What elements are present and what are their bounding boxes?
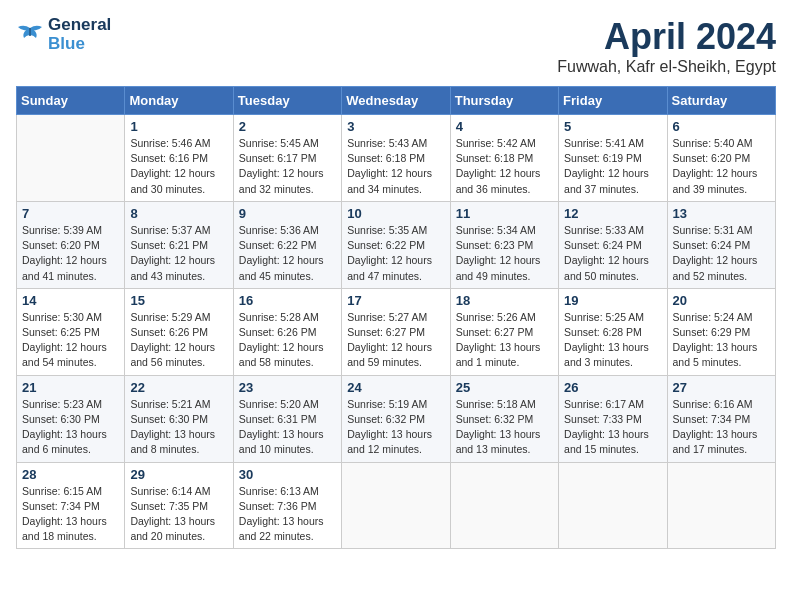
day-number: 29 bbox=[130, 467, 227, 482]
table-row: 9Sunrise: 5:36 AM Sunset: 6:22 PM Daylig… bbox=[233, 201, 341, 288]
day-info: Sunrise: 6:16 AM Sunset: 7:34 PM Dayligh… bbox=[673, 397, 770, 458]
day-number: 28 bbox=[22, 467, 119, 482]
day-info: Sunrise: 5:35 AM Sunset: 6:22 PM Dayligh… bbox=[347, 223, 444, 284]
day-info: Sunrise: 5:24 AM Sunset: 6:29 PM Dayligh… bbox=[673, 310, 770, 371]
table-row: 25Sunrise: 5:18 AM Sunset: 6:32 PM Dayli… bbox=[450, 375, 558, 462]
day-number: 17 bbox=[347, 293, 444, 308]
day-info: Sunrise: 5:33 AM Sunset: 6:24 PM Dayligh… bbox=[564, 223, 661, 284]
day-number: 6 bbox=[673, 119, 770, 134]
table-row: 13Sunrise: 5:31 AM Sunset: 6:24 PM Dayli… bbox=[667, 201, 775, 288]
table-row: 24Sunrise: 5:19 AM Sunset: 6:32 PM Dayli… bbox=[342, 375, 450, 462]
day-number: 4 bbox=[456, 119, 553, 134]
table-row: 20Sunrise: 5:24 AM Sunset: 6:29 PM Dayli… bbox=[667, 288, 775, 375]
day-number: 13 bbox=[673, 206, 770, 221]
table-row bbox=[450, 462, 558, 549]
day-info: Sunrise: 5:37 AM Sunset: 6:21 PM Dayligh… bbox=[130, 223, 227, 284]
day-number: 9 bbox=[239, 206, 336, 221]
title-area: April 2024 Fuwwah, Kafr el-Sheikh, Egypt bbox=[557, 16, 776, 76]
table-row: 19Sunrise: 5:25 AM Sunset: 6:28 PM Dayli… bbox=[559, 288, 667, 375]
table-row: 14Sunrise: 5:30 AM Sunset: 6:25 PM Dayli… bbox=[17, 288, 125, 375]
day-number: 20 bbox=[673, 293, 770, 308]
day-info: Sunrise: 6:13 AM Sunset: 7:36 PM Dayligh… bbox=[239, 484, 336, 545]
day-number: 14 bbox=[22, 293, 119, 308]
day-info: Sunrise: 5:39 AM Sunset: 6:20 PM Dayligh… bbox=[22, 223, 119, 284]
table-row bbox=[559, 462, 667, 549]
table-row: 29Sunrise: 6:14 AM Sunset: 7:35 PM Dayli… bbox=[125, 462, 233, 549]
calendar-week-1: 1Sunrise: 5:46 AM Sunset: 6:16 PM Daylig… bbox=[17, 115, 776, 202]
day-number: 30 bbox=[239, 467, 336, 482]
column-header-tuesday: Tuesday bbox=[233, 87, 341, 115]
day-number: 2 bbox=[239, 119, 336, 134]
logo: General Blue bbox=[16, 16, 111, 53]
table-row: 17Sunrise: 5:27 AM Sunset: 6:27 PM Dayli… bbox=[342, 288, 450, 375]
day-info: Sunrise: 5:36 AM Sunset: 6:22 PM Dayligh… bbox=[239, 223, 336, 284]
day-info: Sunrise: 5:42 AM Sunset: 6:18 PM Dayligh… bbox=[456, 136, 553, 197]
day-info: Sunrise: 5:18 AM Sunset: 6:32 PM Dayligh… bbox=[456, 397, 553, 458]
day-number: 19 bbox=[564, 293, 661, 308]
day-info: Sunrise: 5:34 AM Sunset: 6:23 PM Dayligh… bbox=[456, 223, 553, 284]
calendar-table: SundayMondayTuesdayWednesdayThursdayFrid… bbox=[16, 86, 776, 549]
day-info: Sunrise: 5:23 AM Sunset: 6:30 PM Dayligh… bbox=[22, 397, 119, 458]
day-number: 25 bbox=[456, 380, 553, 395]
day-info: Sunrise: 5:26 AM Sunset: 6:27 PM Dayligh… bbox=[456, 310, 553, 371]
table-row: 30Sunrise: 6:13 AM Sunset: 7:36 PM Dayli… bbox=[233, 462, 341, 549]
day-number: 11 bbox=[456, 206, 553, 221]
day-number: 22 bbox=[130, 380, 227, 395]
table-row: 7Sunrise: 5:39 AM Sunset: 6:20 PM Daylig… bbox=[17, 201, 125, 288]
header: General Blue April 2024 Fuwwah, Kafr el-… bbox=[16, 16, 776, 76]
calendar-week-3: 14Sunrise: 5:30 AM Sunset: 6:25 PM Dayli… bbox=[17, 288, 776, 375]
column-header-monday: Monday bbox=[125, 87, 233, 115]
day-info: Sunrise: 5:45 AM Sunset: 6:17 PM Dayligh… bbox=[239, 136, 336, 197]
logo-text: General Blue bbox=[48, 16, 111, 53]
table-row: 3Sunrise: 5:43 AM Sunset: 6:18 PM Daylig… bbox=[342, 115, 450, 202]
table-row: 18Sunrise: 5:26 AM Sunset: 6:27 PM Dayli… bbox=[450, 288, 558, 375]
day-number: 16 bbox=[239, 293, 336, 308]
calendar-week-2: 7Sunrise: 5:39 AM Sunset: 6:20 PM Daylig… bbox=[17, 201, 776, 288]
column-header-thursday: Thursday bbox=[450, 87, 558, 115]
day-number: 12 bbox=[564, 206, 661, 221]
day-info: Sunrise: 5:30 AM Sunset: 6:25 PM Dayligh… bbox=[22, 310, 119, 371]
calendar-week-4: 21Sunrise: 5:23 AM Sunset: 6:30 PM Dayli… bbox=[17, 375, 776, 462]
table-row: 10Sunrise: 5:35 AM Sunset: 6:22 PM Dayli… bbox=[342, 201, 450, 288]
day-number: 23 bbox=[239, 380, 336, 395]
day-number: 1 bbox=[130, 119, 227, 134]
day-info: Sunrise: 5:25 AM Sunset: 6:28 PM Dayligh… bbox=[564, 310, 661, 371]
column-header-friday: Friday bbox=[559, 87, 667, 115]
table-row: 23Sunrise: 5:20 AM Sunset: 6:31 PM Dayli… bbox=[233, 375, 341, 462]
table-row bbox=[667, 462, 775, 549]
table-row: 6Sunrise: 5:40 AM Sunset: 6:20 PM Daylig… bbox=[667, 115, 775, 202]
table-row: 26Sunrise: 6:17 AM Sunset: 7:33 PM Dayli… bbox=[559, 375, 667, 462]
table-row: 2Sunrise: 5:45 AM Sunset: 6:17 PM Daylig… bbox=[233, 115, 341, 202]
day-info: Sunrise: 5:43 AM Sunset: 6:18 PM Dayligh… bbox=[347, 136, 444, 197]
day-info: Sunrise: 6:15 AM Sunset: 7:34 PM Dayligh… bbox=[22, 484, 119, 545]
table-row: 16Sunrise: 5:28 AM Sunset: 6:26 PM Dayli… bbox=[233, 288, 341, 375]
day-number: 15 bbox=[130, 293, 227, 308]
day-info: Sunrise: 6:14 AM Sunset: 7:35 PM Dayligh… bbox=[130, 484, 227, 545]
day-number: 18 bbox=[456, 293, 553, 308]
day-number: 7 bbox=[22, 206, 119, 221]
day-number: 8 bbox=[130, 206, 227, 221]
day-info: Sunrise: 5:21 AM Sunset: 6:30 PM Dayligh… bbox=[130, 397, 227, 458]
day-number: 10 bbox=[347, 206, 444, 221]
day-number: 21 bbox=[22, 380, 119, 395]
table-row: 5Sunrise: 5:41 AM Sunset: 6:19 PM Daylig… bbox=[559, 115, 667, 202]
table-row: 1Sunrise: 5:46 AM Sunset: 6:16 PM Daylig… bbox=[125, 115, 233, 202]
column-header-wednesday: Wednesday bbox=[342, 87, 450, 115]
day-info: Sunrise: 5:40 AM Sunset: 6:20 PM Dayligh… bbox=[673, 136, 770, 197]
table-row: 11Sunrise: 5:34 AM Sunset: 6:23 PM Dayli… bbox=[450, 201, 558, 288]
table-row: 21Sunrise: 5:23 AM Sunset: 6:30 PM Dayli… bbox=[17, 375, 125, 462]
table-row: 27Sunrise: 6:16 AM Sunset: 7:34 PM Dayli… bbox=[667, 375, 775, 462]
calendar-header: SundayMondayTuesdayWednesdayThursdayFrid… bbox=[17, 87, 776, 115]
logo-bird-icon bbox=[16, 24, 44, 46]
table-row: 8Sunrise: 5:37 AM Sunset: 6:21 PM Daylig… bbox=[125, 201, 233, 288]
day-number: 3 bbox=[347, 119, 444, 134]
column-header-sunday: Sunday bbox=[17, 87, 125, 115]
day-number: 26 bbox=[564, 380, 661, 395]
table-row bbox=[342, 462, 450, 549]
day-number: 27 bbox=[673, 380, 770, 395]
calendar-week-5: 28Sunrise: 6:15 AM Sunset: 7:34 PM Dayli… bbox=[17, 462, 776, 549]
page-subtitle: Fuwwah, Kafr el-Sheikh, Egypt bbox=[557, 58, 776, 76]
table-row: 4Sunrise: 5:42 AM Sunset: 6:18 PM Daylig… bbox=[450, 115, 558, 202]
day-info: Sunrise: 5:41 AM Sunset: 6:19 PM Dayligh… bbox=[564, 136, 661, 197]
day-info: Sunrise: 5:28 AM Sunset: 6:26 PM Dayligh… bbox=[239, 310, 336, 371]
